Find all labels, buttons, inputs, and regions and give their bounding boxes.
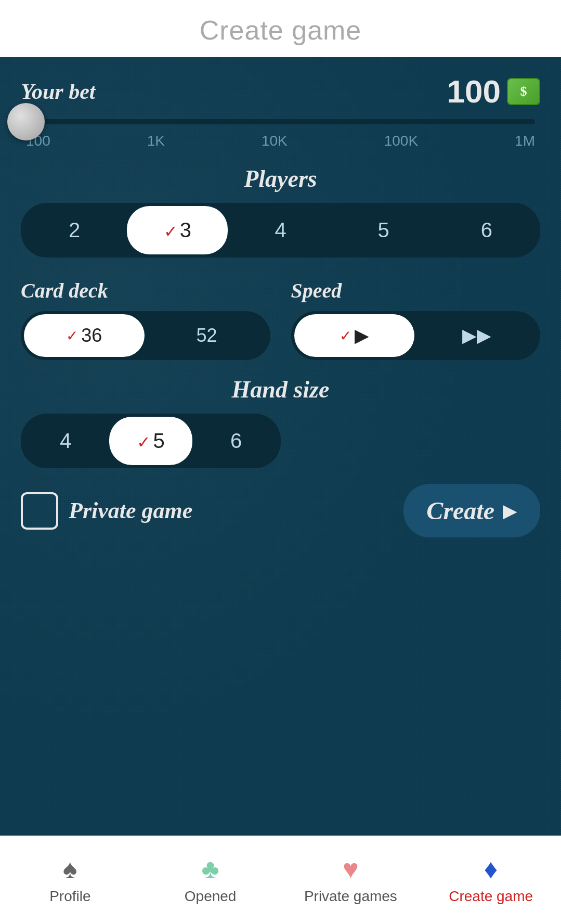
header: Create game: [0, 0, 561, 57]
diamond-icon: ♦: [484, 856, 498, 883]
private-game-container: Private game: [21, 492, 192, 530]
bottom-row: Private game Create ▶: [21, 484, 540, 537]
nav-label-opened: Opened: [185, 888, 237, 905]
bet-value-container: 100: [447, 73, 540, 110]
page-title: Create game: [200, 15, 362, 45]
players-label: Players: [21, 165, 540, 192]
nav-item-private-games[interactable]: ♥ Private games: [281, 836, 421, 924]
bet-section: Your bet 100 100 1K 10K 100K 1M: [21, 73, 540, 149]
players-option-6[interactable]: 6: [436, 206, 537, 254]
speed-option-fast[interactable]: ▶▶: [416, 314, 537, 357]
slider-thumb[interactable]: [7, 103, 45, 140]
slider-track: [26, 119, 535, 124]
card-deck-option-52[interactable]: 52: [147, 314, 267, 357]
nav-item-profile[interactable]: ♠ Profile: [0, 836, 140, 924]
card-deck-option-group: ✓ 36 52: [21, 311, 270, 360]
players-option-2[interactable]: 2: [24, 206, 125, 254]
players-option-4[interactable]: 4: [230, 206, 331, 254]
create-btn-label: Create: [426, 496, 494, 525]
nav-label-private-games: Private games: [304, 888, 397, 905]
create-btn-arrow-icon: ▶: [503, 500, 517, 522]
create-button[interactable]: Create ▶: [403, 484, 540, 537]
bet-label: Your bet: [21, 79, 96, 104]
hand-size-section: Hand size 4 ✓5 6: [21, 376, 540, 468]
players-option-5[interactable]: 5: [333, 206, 434, 254]
main-content: Your bet 100 100 1K 10K 100K 1M Players: [0, 57, 561, 836]
nav-item-create-game[interactable]: ♦ Create game: [421, 836, 561, 924]
card-speed-row: Card deck ✓ 36 52 Speed ✓ ▶ ▶▶: [21, 278, 540, 360]
speed-option-group: ✓ ▶ ▶▶: [291, 311, 541, 360]
speed-section: Speed ✓ ▶ ▶▶: [291, 278, 541, 360]
private-game-checkbox[interactable]: [21, 492, 58, 530]
bottom-nav: ♠ Profile ♣ Opened ♥ Private games ♦ Cre…: [0, 836, 561, 924]
slider-labels: 100 1K 10K 100K 1M: [26, 133, 535, 149]
nav-item-opened[interactable]: ♣ Opened: [140, 836, 281, 924]
hand-size-option-4[interactable]: 4: [24, 417, 107, 465]
nav-label-create-game: Create game: [449, 888, 533, 905]
bet-value: 100: [447, 73, 501, 110]
players-option-3[interactable]: ✓3: [127, 206, 228, 254]
hand-size-option-5[interactable]: ✓5: [109, 417, 192, 465]
players-section: Players 2 ✓3 4 5 6: [21, 165, 540, 258]
hand-size-option-6[interactable]: 6: [194, 417, 278, 465]
spade-icon: ♠: [63, 856, 77, 883]
slider-label-1k: 1K: [147, 133, 165, 149]
slider-label-10k: 10K: [262, 133, 288, 149]
card-deck-option-36[interactable]: ✓ 36: [24, 314, 145, 357]
slider-container[interactable]: 100 1K 10K 100K 1M: [21, 119, 540, 149]
bet-header: Your bet 100: [21, 73, 540, 110]
hand-size-label: Hand size: [21, 376, 540, 403]
card-deck-label: Card deck: [21, 278, 270, 303]
speed-option-normal[interactable]: ✓ ▶: [294, 314, 415, 357]
players-option-group: 2 ✓3 4 5 6: [21, 203, 540, 258]
hand-size-option-group: 4 ✓5 6: [21, 414, 281, 468]
slider-label-1m: 1M: [515, 133, 535, 149]
private-game-label: Private game: [69, 497, 192, 524]
card-deck-section: Card deck ✓ 36 52: [21, 278, 270, 360]
slider-label-100k: 100K: [384, 133, 418, 149]
speed-label: Speed: [291, 278, 541, 303]
nav-label-profile: Profile: [49, 888, 90, 905]
heart-icon: ♥: [343, 856, 359, 883]
money-icon: [507, 78, 540, 105]
club-icon: ♣: [202, 856, 219, 883]
